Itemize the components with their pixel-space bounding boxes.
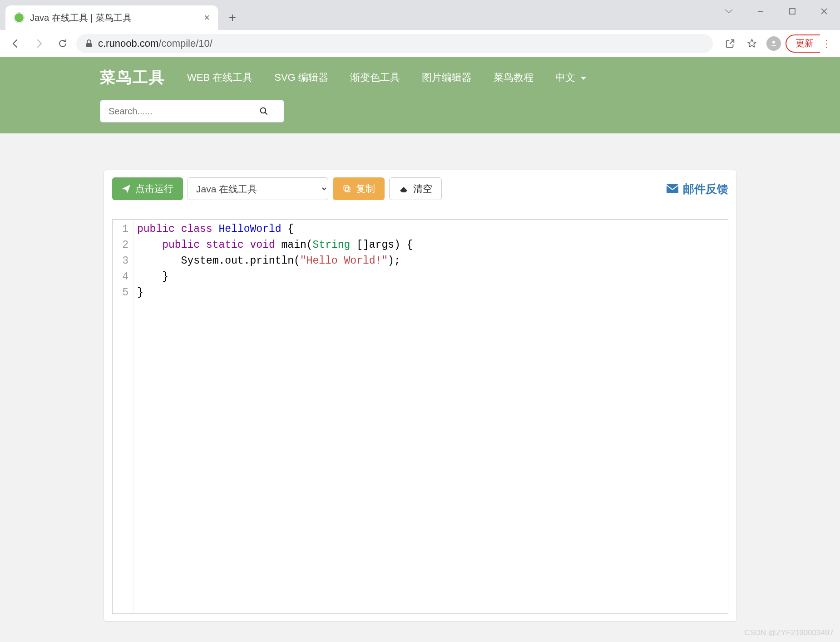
svg-rect-10 <box>667 184 678 193</box>
close-window-button[interactable] <box>808 0 840 23</box>
update-label: 更新 <box>796 37 814 49</box>
nav-tutorial[interactable]: 菜鸟教程 <box>494 71 534 84</box>
feedback-label: 邮件反馈 <box>683 181 728 196</box>
tool-panel: 点击运行 Java 在线工具 复制 清空 邮件反馈 <box>104 170 737 622</box>
svg-line-7 <box>265 113 267 115</box>
copy-icon <box>342 184 351 193</box>
search-input[interactable] <box>100 100 259 123</box>
brand-logo[interactable]: 菜鸟工具 <box>100 67 165 88</box>
profile-icon <box>766 36 781 51</box>
search-button[interactable] <box>259 100 284 123</box>
nav-gradient[interactable]: 渐变色工具 <box>350 71 400 84</box>
line-number: 4 <box>113 269 128 285</box>
run-label: 点击运行 <box>135 182 173 195</box>
update-button[interactable]: 更新 <box>786 34 820 53</box>
svg-rect-9 <box>344 186 348 190</box>
back-button[interactable] <box>5 34 25 54</box>
site-header: 菜鸟工具 WEB 在线工具 SVG 编辑器 渐变色工具 图片编辑器 菜鸟教程 中… <box>0 57 840 133</box>
code-area[interactable]: public class HelloWorld { public static … <box>133 220 413 613</box>
url-bar[interactable]: c.runoob.com/compile/10/ <box>76 34 713 53</box>
reload-button[interactable] <box>53 34 73 54</box>
chevron-down-icon <box>581 77 586 80</box>
copy-label: 复制 <box>356 182 375 195</box>
bookmark-star-icon[interactable] <box>742 34 762 54</box>
url-domain: c.runoob.com <box>98 38 158 49</box>
copy-button[interactable]: 复制 <box>333 177 385 200</box>
maximize-button[interactable] <box>776 0 808 23</box>
svg-point-6 <box>261 108 266 113</box>
svg-rect-4 <box>86 43 92 47</box>
browser-tab-strip: Java 在线工具 | 菜鸟工具 × + <box>0 0 840 30</box>
run-button[interactable]: 点击运行 <box>112 177 183 200</box>
search-icon <box>259 107 284 116</box>
language-select[interactable]: Java 在线工具 <box>188 177 328 200</box>
lock-icon <box>85 39 93 48</box>
watermark: CSDN @ZYF2190003497 <box>744 628 834 637</box>
nav-language-label: 中文 <box>555 72 575 83</box>
svg-rect-8 <box>346 187 350 192</box>
eraser-icon <box>399 185 409 192</box>
browser-tab[interactable]: Java 在线工具 | 菜鸟工具 × <box>5 5 218 30</box>
dropdown-icon[interactable] <box>713 0 745 23</box>
tab-title: Java 在线工具 | 菜鸟工具 <box>30 12 132 24</box>
toolbar: 点击运行 Java 在线工具 复制 清空 邮件反馈 <box>112 177 728 200</box>
nav-svg-editor[interactable]: SVG 编辑器 <box>274 71 328 84</box>
share-icon[interactable] <box>720 34 740 54</box>
nav-language[interactable]: 中文 <box>555 71 586 84</box>
svg-point-5 <box>772 41 775 44</box>
svg-rect-1 <box>790 9 795 14</box>
close-tab-icon[interactable]: × <box>204 12 210 24</box>
minimize-button[interactable] <box>745 0 776 23</box>
mail-icon <box>667 184 678 193</box>
top-nav: 菜鸟工具 WEB 在线工具 SVG 编辑器 渐变色工具 图片编辑器 菜鸟教程 中… <box>100 67 736 88</box>
search-form <box>100 100 736 123</box>
code-editor[interactable]: 1 2 3 4 5 public class HelloWorld { publ… <box>112 219 728 614</box>
profile-button[interactable] <box>764 34 784 54</box>
line-number: 1 <box>113 221 128 237</box>
line-number: 2 <box>113 237 128 253</box>
url-path: /compile/10/ <box>158 38 212 49</box>
clear-button[interactable]: 清空 <box>389 177 442 200</box>
nav-web-tools[interactable]: WEB 在线工具 <box>187 71 252 84</box>
line-number: 3 <box>113 253 128 269</box>
page-body: 菜鸟工具 WEB 在线工具 SVG 编辑器 渐变色工具 图片编辑器 菜鸟教程 中… <box>0 57 840 642</box>
clear-label: 清空 <box>413 182 432 195</box>
nav-image-editor[interactable]: 图片编辑器 <box>422 71 472 84</box>
address-bar-row: c.runoob.com/compile/10/ 更新 ⋮ <box>0 30 840 57</box>
favicon-icon <box>14 12 25 23</box>
line-number: 5 <box>113 285 128 301</box>
feedback-link[interactable]: 邮件反馈 <box>667 181 728 196</box>
paper-plane-icon <box>122 184 131 193</box>
window-controls <box>713 0 840 23</box>
forward-button[interactable] <box>29 34 49 54</box>
new-tab-button[interactable]: + <box>222 8 242 28</box>
line-gutter: 1 2 3 4 5 <box>113 220 133 613</box>
more-menu-icon[interactable]: ⋮ <box>822 38 835 49</box>
